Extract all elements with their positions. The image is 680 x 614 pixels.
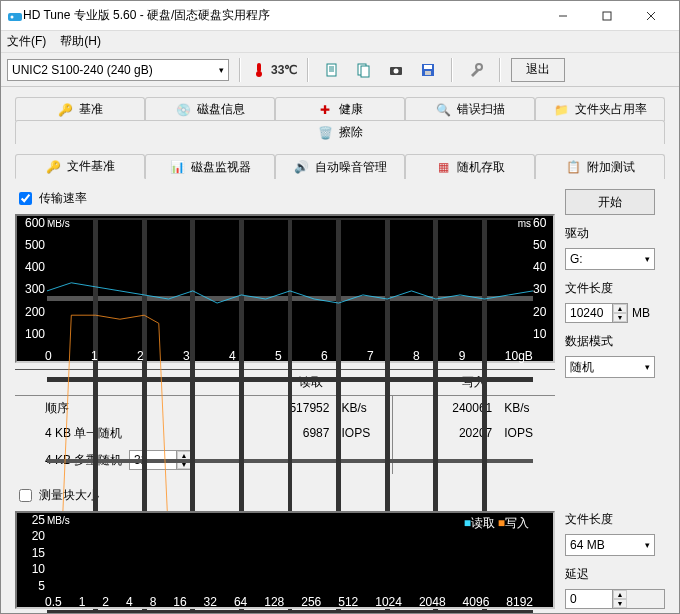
wrench-icon: [468, 62, 484, 78]
temperature: 33℃: [251, 62, 297, 78]
separator: [499, 58, 501, 82]
delay-input[interactable]: [566, 590, 612, 608]
save-button[interactable]: [415, 58, 441, 82]
tabs-row1: 🔑基准 💿磁盘信息 ✚健康 🔍错误扫描 📁文件夹占用率 🗑️擦除: [15, 93, 665, 144]
exit-button[interactable]: 退出: [511, 58, 565, 82]
drive-combo[interactable]: G:▾: [565, 248, 655, 270]
tab-disk-monitor[interactable]: 📊磁盘监视器: [145, 154, 275, 179]
separator: [451, 58, 453, 82]
temperature-value: 33℃: [271, 63, 297, 77]
random-icon: ▦: [435, 159, 451, 175]
left-column: 传输速率 600500400300200100 605040302010 MB/…: [15, 189, 555, 609]
svg-rect-3: [257, 63, 261, 72]
tabs-row2: 🔑文件基准 📊磁盘监视器 🔊自动噪音管理 ▦随机存取 📋附加测试: [15, 150, 665, 179]
menu-help[interactable]: 帮助(H): [60, 33, 101, 50]
svg-rect-7: [361, 66, 369, 77]
filelen2-label: 文件长度: [565, 511, 665, 528]
copy-info-button[interactable]: [351, 58, 377, 82]
start-button[interactable]: 开始: [565, 189, 655, 215]
tab-folder-usage[interactable]: 📁文件夹占用率: [535, 97, 665, 121]
transfer-rate-chart: 600500400300200100 605040302010 MB/s ms: [15, 214, 555, 363]
svg-point-4: [256, 71, 262, 77]
filelen2-combo[interactable]: 64 MB▾: [565, 534, 655, 556]
camera-icon: [388, 62, 404, 78]
transfer-rate-checkbox[interactable]: 传输速率: [15, 189, 555, 208]
menu-file[interactable]: 文件(F): [7, 33, 46, 50]
folder-icon: 📁: [553, 102, 569, 118]
filelen-label: 文件长度: [565, 280, 665, 297]
floppy-icon: [420, 62, 436, 78]
chart1-x-axis: 012345678910gB: [45, 349, 533, 361]
svg-point-1: [11, 15, 14, 18]
tab-file-benchmark[interactable]: 🔑文件基准: [15, 154, 145, 179]
chevron-down-icon: ▾: [645, 540, 650, 550]
search-icon: 🔍: [435, 102, 451, 118]
copy-text-button[interactable]: [319, 58, 345, 82]
app-window: HD Tune 专业版 5.60 - 硬盘/固态硬盘实用程序 文件(F) 帮助(…: [0, 0, 680, 614]
transfer-rate-check[interactable]: [19, 192, 32, 205]
spin-up[interactable]: ▲: [613, 590, 627, 599]
drive-label: 驱动: [565, 225, 665, 242]
right-column: 开始 驱动 G:▾ 文件长度 ▲▼ MB 数据模式 随机▾ 文件长度 64 MB…: [565, 189, 665, 609]
thermometer-icon: [251, 62, 267, 78]
tab-extra-tests[interactable]: 📋附加测试: [535, 154, 665, 179]
copy-text-icon: [324, 62, 340, 78]
speaker-icon: 🔊: [293, 159, 309, 175]
svg-point-9: [394, 68, 399, 73]
disk-icon: 💿: [175, 102, 191, 118]
chart2-x-axis: 0.512481632641282565121024204840968192: [45, 595, 533, 607]
chevron-down-icon: ▾: [645, 254, 650, 264]
minimize-button[interactable]: [541, 2, 585, 30]
copy-info-icon: [356, 62, 372, 78]
spin-down[interactable]: ▼: [613, 599, 627, 608]
chart1-y2-axis: 605040302010: [533, 216, 551, 349]
chart2-y-axis: 252015105: [19, 513, 45, 595]
content: 传输速率 600500400300200100 605040302010 MB/…: [1, 179, 679, 613]
drive-select[interactable]: UNIC2 S100-240 (240 gB) ▾: [7, 59, 229, 81]
spin-up[interactable]: ▲: [613, 304, 627, 313]
delay-label: 延迟: [565, 566, 665, 583]
svg-rect-0: [8, 13, 22, 21]
dial-icon: 🔑: [57, 102, 73, 118]
tab-erase[interactable]: 🗑️擦除: [15, 120, 665, 144]
separator: [307, 58, 309, 82]
spin-down[interactable]: ▼: [613, 313, 627, 322]
chevron-down-icon: ▾: [645, 362, 650, 372]
tab-aam[interactable]: 🔊自动噪音管理: [275, 154, 405, 179]
filelen-spinner[interactable]: ▲▼: [565, 303, 628, 323]
app-icon: [7, 8, 23, 24]
svg-point-13: [476, 64, 482, 70]
tab-benchmark[interactable]: 🔑基准: [15, 97, 145, 121]
svg-rect-5: [327, 64, 336, 76]
drive-select-value: UNIC2 S100-240 (240 gB): [12, 63, 153, 77]
filelen-input[interactable]: [566, 304, 612, 322]
chart1-y-axis: 600500400300200100: [19, 216, 45, 349]
tab-health[interactable]: ✚健康: [275, 97, 405, 121]
tab-random-access[interactable]: ▦随机存取: [405, 154, 535, 179]
chevron-down-icon: ▾: [219, 65, 224, 75]
monitor-icon: 📊: [169, 159, 185, 175]
maximize-button[interactable]: [585, 2, 629, 30]
svg-rect-12: [425, 71, 431, 75]
block-size-chart: 252015105 MB/s ■读取 ■写入 0.512481632641282…: [15, 511, 555, 609]
titlebar: HD Tune 专业版 5.60 - 硬盘/固态硬盘实用程序: [1, 1, 679, 31]
file-bench-icon: 🔑: [45, 159, 61, 175]
settings-button[interactable]: [463, 58, 489, 82]
menubar: 文件(F) 帮助(H): [1, 31, 679, 53]
svg-rect-11: [424, 65, 432, 69]
toolbar: UNIC2 S100-240 (240 gB) ▾ 33℃ 退出: [1, 53, 679, 87]
svg-rect-2: [603, 12, 611, 20]
separator: [239, 58, 241, 82]
trash-icon: 🗑️: [317, 125, 333, 141]
extra-icon: 📋: [565, 159, 581, 175]
close-button[interactable]: [629, 2, 673, 30]
datamode-label: 数据模式: [565, 333, 665, 350]
window-title: HD Tune 专业版 5.60 - 硬盘/固态硬盘实用程序: [23, 7, 541, 24]
tab-errorscan[interactable]: 🔍错误扫描: [405, 97, 535, 121]
health-icon: ✚: [317, 102, 333, 118]
datamode-combo[interactable]: 随机▾: [565, 356, 655, 378]
screenshot-button[interactable]: [383, 58, 409, 82]
block-size-check[interactable]: [19, 489, 32, 502]
delay-spinner[interactable]: ▲▼: [565, 589, 665, 609]
tab-info[interactable]: 💿磁盘信息: [145, 97, 275, 121]
